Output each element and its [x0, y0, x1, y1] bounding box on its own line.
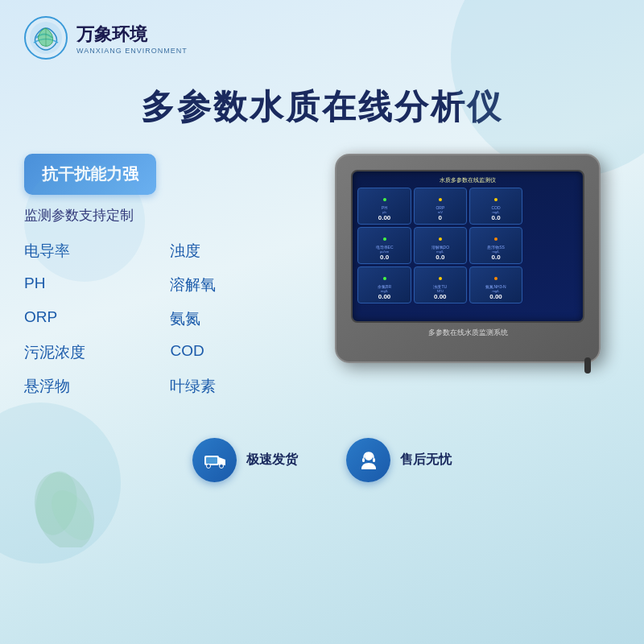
dot-ec	[383, 237, 386, 241]
svg-rect-12	[373, 458, 375, 462]
feature-item: 污泥浓度	[24, 337, 154, 368]
bottom-item-service: 售后无忧	[346, 438, 452, 482]
screen-cell-cl: 余氯BR mg/L 0.00	[357, 266, 411, 303]
feature-item: 浊度	[170, 236, 299, 266]
screen-cell-ec: 电导率EC μu/cm 0.0	[357, 227, 411, 264]
feature-item: ORP	[24, 303, 154, 334]
dot-do	[439, 237, 442, 241]
feature-item: 溶解氧	[170, 270, 299, 300]
dot-turb	[439, 277, 442, 280]
feature-item: 叶绿素	[170, 371, 299, 402]
shipping-text: 极速发货	[246, 452, 298, 469]
device-label: 多参数在线水质监测系统	[351, 328, 584, 338]
screen-cell-ph: PH ph 0.00	[357, 188, 411, 225]
screen-cell-orp: ORP mV 0	[414, 188, 467, 225]
screen-cell-ss: 悬浮物SS mg/L 0.0	[469, 227, 522, 264]
logo-text: 万象环境 WANXIANG ENVIRONMENT	[76, 23, 188, 55]
screen-cell-turb: 浊度TU NTU 0.00	[414, 266, 467, 303]
shipping-icon-wrap	[192, 438, 237, 482]
svg-rect-11	[362, 458, 365, 462]
screen-cell-nh3: 氨氮NH3-N mg/L 0.00	[469, 266, 522, 303]
screen-grid: PH ph 0.00 ORP mV 0 COD mg/L 0.0	[357, 188, 578, 303]
screen-cell-empty1	[525, 188, 578, 225]
screen-cell-do: 溶解氧DO mg/L 0.0	[414, 227, 467, 264]
device-cable	[584, 357, 591, 374]
leaf-decoration	[16, 451, 113, 547]
feature-item: 氨氮	[170, 303, 299, 334]
device-screen: 水质多参数在线监测仪 PH ph 0.00 ORP mV 0	[351, 170, 584, 323]
feature-item: COD	[170, 337, 299, 368]
service-icon-wrap	[346, 438, 390, 482]
service-text: 售后无忧	[400, 452, 452, 469]
dot-ph	[383, 198, 386, 201]
svg-point-7	[206, 464, 210, 468]
dot-cod	[494, 198, 497, 201]
device-box: 水质多参数在线监测仪 PH ph 0.00 ORP mV 0	[335, 154, 601, 363]
screen-cell-empty3	[525, 266, 578, 303]
truck-icon	[203, 448, 227, 473]
logo-sub-text: WANXIANG ENVIRONMENT	[76, 47, 188, 55]
bg-decor-3	[24, 161, 145, 282]
logo-icon	[24, 16, 68, 60]
svg-point-8	[219, 464, 223, 468]
svg-rect-9	[206, 457, 217, 464]
screen-title: 水质多参数在线监测仪	[357, 176, 578, 184]
logo-main-text: 万象环境	[76, 23, 188, 47]
screen-cell-cod: COD mg/L 0.0	[469, 188, 522, 225]
right-panel: 水质多参数在线监测仪 PH ph 0.00 ORP mV 0	[316, 154, 620, 363]
dot-orp	[439, 198, 442, 201]
feature-item: 悬浮物	[24, 371, 154, 402]
dot-ss	[494, 237, 497, 241]
dot-nh3	[494, 277, 497, 280]
dot-cl	[383, 277, 386, 280]
person-icon	[357, 448, 381, 473]
bottom-item-shipping: 极速发货	[192, 438, 298, 482]
screen-cell-empty2	[525, 227, 578, 264]
